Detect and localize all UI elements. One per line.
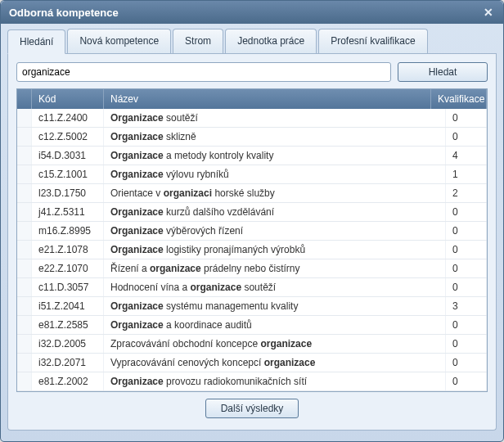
row-handle: [17, 316, 32, 334]
cell-name: Organizace logistiky pronajímaných výrob…: [104, 241, 446, 259]
th-handle: [17, 89, 32, 109]
cell-code: e22.Z.1070: [32, 259, 104, 277]
cell-name: Řízení a organizace prádelny nebo čistír…: [104, 259, 446, 277]
table-row[interactable]: j41.Z.5311Organizace kurzů dalšího vzděl…: [17, 203, 487, 222]
row-handle: [17, 278, 32, 296]
tab-4[interactable]: Profesní kvalifikace: [318, 29, 427, 53]
cell-qual: 0: [446, 354, 487, 372]
cell-code: e81.Z.2585: [32, 316, 104, 334]
cell-code: i54.D.3031: [32, 147, 104, 165]
search-button[interactable]: Hledat: [398, 62, 488, 82]
cell-qual: 0: [446, 372, 487, 390]
cell-code: e81.Z.2002: [32, 372, 104, 390]
tab-1[interactable]: Nová kompetence: [67, 29, 171, 53]
cell-qual: 0: [446, 128, 487, 146]
table-row[interactable]: e21.Z.1078Organizace logistiky pronajíma…: [17, 241, 487, 259]
row-handle: [17, 184, 32, 202]
cell-name: Zpracovávání obchodní koncepce organizac…: [104, 335, 446, 353]
row-handle: [17, 147, 32, 165]
th-code[interactable]: Kód: [32, 89, 104, 109]
cell-code: c12.Z.5002: [32, 128, 104, 146]
cell-qual: 1: [446, 165, 487, 183]
cell-name: Hodnocení vína a organizace soutěží: [104, 278, 446, 296]
cell-code: j41.Z.5311: [32, 203, 104, 221]
row-handle: [17, 259, 32, 277]
cell-qual: 0: [446, 222, 487, 240]
cell-qual: 0: [446, 259, 487, 277]
table-header: Kód Název Kvalifikace: [17, 89, 487, 109]
table-row[interactable]: e81.Z.2002Organizace provozu radiokomuni…: [17, 372, 487, 391]
cell-name: Vypracovávání cenových koncepcí organiza…: [104, 354, 446, 372]
cell-code: m16.Z.8995: [32, 222, 104, 240]
cell-name: Orientace v organizaci horské služby: [104, 184, 446, 202]
th-qual[interactable]: Kvalifikace: [431, 89, 487, 109]
table-row[interactable]: l23.D.1750Orientace v organizaci horské …: [17, 184, 487, 203]
cell-name: Organizace kurzů dalšího vzdělávání: [104, 203, 446, 221]
cell-name: Organizace výlovu rybníků: [104, 165, 446, 183]
table-row[interactable]: c12.Z.5002Organizace sklizně0: [17, 128, 487, 147]
dialog-footer: Nápověda ✓ Zobrazit počty kvalifikací OK…: [1, 437, 503, 442]
row-handle: [17, 335, 32, 353]
table-row[interactable]: i51.Z.2041Organizace systému managementu…: [17, 297, 487, 316]
table-row[interactable]: m16.Z.8995Organizace výběrových řízení0: [17, 222, 487, 241]
row-handle: [17, 241, 32, 259]
row-handle: [17, 109, 32, 127]
cell-code: c15.Z.1001: [32, 165, 104, 183]
search-row: Hledat: [16, 62, 488, 82]
cell-code: c11.Z.2400: [32, 109, 104, 127]
cell-code: c11.D.3057: [32, 278, 104, 296]
th-name[interactable]: Název: [104, 89, 431, 109]
row-handle: [17, 297, 32, 315]
table-row[interactable]: i32.D.2005Zpracovávání obchodní koncepce…: [17, 335, 487, 354]
titlebar: Odborná kompetence ✕: [1, 1, 503, 24]
dialog-body: HledáníNová kompetenceStromJednotka prác…: [1, 24, 503, 437]
results-table: Kód Název Kvalifikace c11.Z.2400Organiza…: [16, 88, 488, 392]
tab-3[interactable]: Jednotka práce: [225, 29, 317, 53]
search-input[interactable]: [16, 62, 391, 82]
cell-code: e21.Z.1078: [32, 241, 104, 259]
row-handle: [17, 354, 32, 372]
cell-code: i51.Z.2041: [32, 297, 104, 315]
cell-name: Organizace sklizně: [104, 128, 446, 146]
cell-name: Organizace soutěží: [104, 109, 446, 127]
cell-name: Organizace a koordinace auditů: [104, 316, 446, 334]
cell-qual: 0: [446, 203, 487, 221]
tab-bar: HledáníNová kompetenceStromJednotka prác…: [7, 29, 497, 54]
more-results-button[interactable]: Další výsledky: [205, 399, 299, 418]
tab-0[interactable]: Hledání: [7, 29, 65, 54]
table-row[interactable]: e22.Z.1070Řízení a organizace prádelny n…: [17, 259, 487, 278]
cell-qual: 0: [446, 335, 487, 353]
table-row[interactable]: c15.Z.1001Organizace výlovu rybníků1: [17, 165, 487, 184]
cell-qual: 0: [446, 278, 487, 296]
cell-qual: 3: [446, 297, 487, 315]
dialog-title: Odborná kompetence: [9, 7, 119, 19]
cell-code: i32.D.2005: [32, 335, 104, 353]
row-handle: [17, 165, 32, 183]
row-handle: [17, 128, 32, 146]
cell-qual: 4: [446, 147, 487, 165]
tab-2[interactable]: Strom: [173, 29, 223, 53]
cell-name: Organizace provozu radiokomunikačních sí…: [104, 372, 446, 390]
cell-name: Organizace výběrových řízení: [104, 222, 446, 240]
cell-name: Organizace a metody kontroly kvality: [104, 147, 446, 165]
row-handle: [17, 222, 32, 240]
close-icon[interactable]: ✕: [482, 6, 495, 19]
table-row[interactable]: i32.D.2071Vypracovávání cenových koncepc…: [17, 354, 487, 372]
cell-qual: 0: [446, 241, 487, 259]
tab-panel-search: Hledat Kód Název Kvalifikace c11.Z.2400O…: [7, 54, 497, 431]
more-results-row: Další výsledky: [16, 392, 488, 422]
row-handle: [17, 203, 32, 221]
table-body[interactable]: c11.Z.2400Organizace soutěží0c12.Z.5002O…: [17, 109, 487, 391]
row-handle: [17, 372, 32, 390]
table-row[interactable]: i54.D.3031Organizace a metody kontroly k…: [17, 147, 487, 165]
dialog: Odborná kompetence ✕ HledáníNová kompete…: [0, 0, 504, 442]
cell-qual: 0: [446, 316, 487, 334]
cell-code: l23.D.1750: [32, 184, 104, 202]
cell-qual: 2: [446, 184, 487, 202]
cell-name: Organizace systému managementu kvality: [104, 297, 446, 315]
cell-code: i32.D.2071: [32, 354, 104, 372]
table-row[interactable]: c11.D.3057Hodnocení vína a organizace so…: [17, 278, 487, 297]
table-row[interactable]: e81.Z.2585Organizace a koordinace auditů…: [17, 316, 487, 335]
cell-qual: 0: [446, 109, 487, 127]
table-row[interactable]: c11.Z.2400Organizace soutěží0: [17, 109, 487, 128]
